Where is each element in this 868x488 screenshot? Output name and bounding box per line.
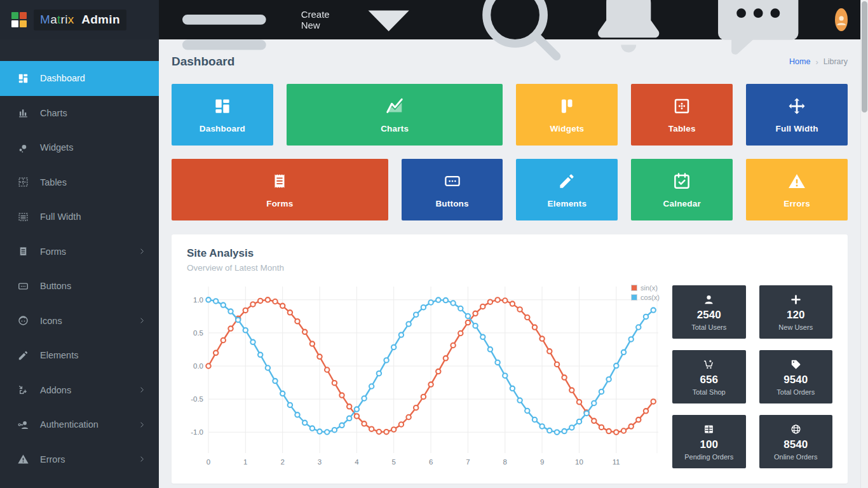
sidebar-item-errors[interactable]: Errors — [0, 442, 159, 477]
sidebar-item-tables[interactable]: Tables — [0, 165, 159, 200]
buttons-icon — [17, 280, 29, 292]
tile-label: Buttons — [435, 199, 468, 208]
pencil-icon — [17, 349, 29, 362]
svg-text:-1.0: -1.0 — [191, 428, 203, 436]
stat-label: New Users — [778, 323, 813, 331]
layout-icon — [17, 72, 29, 85]
tile-label: Dashboard — [200, 124, 245, 133]
window-scrollbar — [860, 0, 868, 488]
legend-entry-sin-x: sin(x) — [631, 284, 660, 292]
chevron-right-icon — [138, 455, 146, 463]
card-subtitle: Overview of Latest Month — [187, 263, 832, 273]
tile-charts[interactable]: Charts — [287, 84, 503, 146]
legend-label: cos(x) — [641, 294, 660, 301]
stat-total-shop: 656 Total Shop — [672, 350, 746, 403]
svg-text:-0.5: -0.5 — [191, 395, 203, 403]
tile-calnedar[interactable]: Calnedar — [631, 159, 733, 220]
tile-full-width[interactable]: Full Width — [746, 84, 848, 146]
top-navbar: Matrix Admin Create New — [0, 0, 868, 39]
svg-text:5: 5 — [391, 458, 395, 466]
sidebar-item-elements[interactable]: Elements — [0, 338, 159, 373]
brand-name-secondary: Admin — [81, 13, 120, 26]
stat-value: 2540 — [697, 309, 721, 322]
sidebar-item-icons[interactable]: Icons — [0, 304, 159, 339]
tile-elements[interactable]: Elements — [516, 159, 618, 220]
sidebar-item-label: Addons — [40, 385, 71, 395]
quick-access-tiles: Dashboard Charts Widgets Tables Full Wid… — [172, 84, 848, 220]
tile-widgets[interactable]: Widgets — [516, 84, 618, 146]
stat-new-users: 120 New Users — [759, 285, 833, 339]
chart-legend: sin(x) cos(x) — [631, 284, 660, 303]
logo-square — [20, 12, 27, 19]
stat-label: Pending Orders — [684, 453, 733, 461]
caret-down-icon — [334, 0, 443, 74]
sidebar-item-dashboard[interactable]: Dashboard — [0, 61, 159, 96]
site-analysis-card: Site Analysis Overview of Latest Month 0… — [172, 234, 848, 484]
auth-icon — [17, 419, 29, 431]
stats-grid: 2540 Total Users 120 New Users 656 Total… — [672, 285, 832, 471]
card-title: Site Analysis — [187, 247, 832, 260]
svg-text:8: 8 — [503, 458, 507, 466]
sidebar-item-authentication[interactable]: Authentication — [0, 407, 159, 442]
widgets-cols-icon — [557, 97, 576, 116]
brand-area[interactable]: Matrix Admin — [0, 0, 159, 39]
messages-chat-icon[interactable] — [705, 0, 811, 73]
sidebar-item-charts[interactable]: Charts — [0, 96, 159, 131]
table-dots-icon — [672, 97, 691, 116]
sidebar-item-widgets[interactable]: Widgets — [0, 130, 159, 165]
sidebar-item-addons[interactable]: Addons — [0, 373, 159, 408]
sidebar-item-buttons[interactable]: Buttons — [0, 269, 159, 304]
hamburger-icon[interactable] — [169, 0, 280, 75]
tile-label: Calnedar — [663, 199, 701, 208]
stat-value: 9540 — [783, 374, 808, 386]
tile-dashboard[interactable]: Dashboard — [172, 84, 273, 146]
search-icon[interactable] — [465, 0, 575, 75]
legend-label: sin(x) — [641, 284, 658, 292]
tile-label: Full Width — [776, 124, 818, 133]
tile-tables[interactable]: Tables — [631, 84, 733, 146]
stat-value: 8540 — [783, 438, 808, 451]
tile-label: Charts — [381, 124, 409, 133]
sidebar-item-label: Tables — [40, 177, 67, 187]
layout-icon — [213, 97, 232, 116]
face-icon — [17, 315, 29, 327]
stat-total-users: 2540 Total Users — [672, 285, 746, 339]
user-icon — [703, 294, 715, 306]
user-avatar[interactable] — [835, 8, 848, 31]
sidebar-item-label: Forms — [40, 247, 66, 257]
tile-forms[interactable]: Forms — [172, 159, 388, 220]
sidebar-item-label: Icons — [40, 316, 62, 326]
legend-swatch — [631, 285, 637, 291]
tile-buttons[interactable]: Buttons — [402, 159, 503, 220]
tile-errors[interactable]: Errors — [746, 159, 848, 220]
sidebar-item-label: Charts — [40, 108, 67, 118]
move-icon — [787, 97, 806, 116]
tile-label: Tables — [668, 124, 696, 133]
brand-logo-icon — [11, 12, 27, 27]
stat-online-orders: 8540 Online Orders — [759, 415, 833, 468]
create-new-dropdown[interactable]: Create New — [301, 0, 444, 74]
tile-label: Elements — [548, 199, 587, 208]
svg-text:3: 3 — [318, 458, 322, 466]
create-new-label: Create New — [301, 9, 330, 30]
svg-text:0.0: 0.0 — [193, 362, 203, 370]
scrollbar-thumb[interactable] — [862, 1, 867, 112]
chevron-right-icon — [138, 316, 146, 325]
svg-text:9: 9 — [540, 458, 544, 466]
stat-label: Total Orders — [776, 388, 815, 396]
sidebar-item-label: Widgets — [40, 142, 73, 152]
tile-label: Errors — [783, 199, 810, 208]
svg-text:11: 11 — [613, 458, 620, 466]
svg-text:0.5: 0.5 — [193, 329, 203, 337]
sidebar-item-full-width[interactable]: Full Width — [0, 200, 159, 234]
sidebar-nav: Dashboard Charts Widgets Tables Full Wid… — [0, 39, 159, 488]
notifications-bell-icon[interactable] — [575, 0, 682, 73]
breadcrumb-current: Library — [824, 57, 848, 66]
stat-label: Total Shop — [693, 388, 726, 396]
chart-canvas: 01234567891011-1.0-0.50.00.51.0 — [187, 280, 661, 471]
chevron-right-icon — [138, 421, 146, 429]
brand-text: Matrix Admin — [34, 10, 126, 30]
sidebar-item-forms[interactable]: Forms — [0, 234, 159, 269]
sidebar-item-label: Authentication — [40, 419, 98, 430]
calendar-check-icon — [672, 172, 691, 191]
